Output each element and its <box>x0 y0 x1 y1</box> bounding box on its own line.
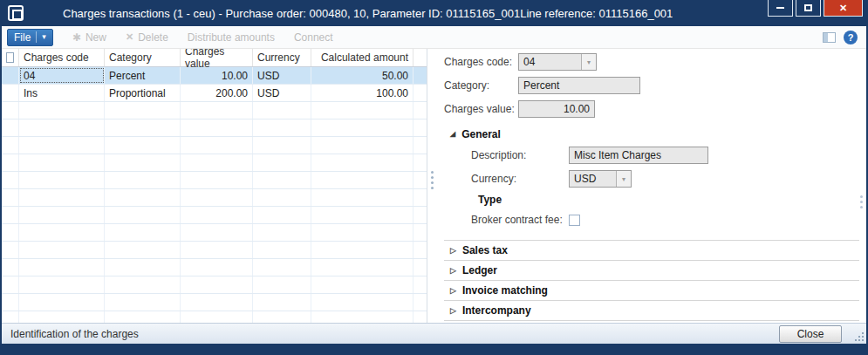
details-panel: Charges code: 04 ▾ Category: Percent Cha… <box>437 49 866 323</box>
window-bottom-border <box>0 344 868 355</box>
category-field[interactable]: Percent <box>518 77 640 94</box>
general-section-title: General <box>461 128 501 140</box>
help-icon[interactable]: ? <box>844 31 858 44</box>
empty-cell <box>253 224 311 241</box>
empty-cell <box>19 294 105 311</box>
panel-edge-grip[interactable] <box>860 195 863 198</box>
empty-cell <box>253 294 311 311</box>
cell-category[interactable]: Percent <box>105 67 181 84</box>
file-menu-button[interactable]: File ▾ <box>7 29 53 46</box>
minimize-button[interactable] <box>768 0 793 17</box>
currency-label: Currency: <box>471 173 569 185</box>
cell-currency[interactable]: USD <box>253 85 311 101</box>
select-all-checkbox[interactable] <box>6 52 14 63</box>
empty-cell <box>2 172 19 188</box>
section-header-invoice-matching[interactable]: ▷ Invoice matching <box>444 280 859 300</box>
table-row[interactable]: Ins Proportional 200.00 USD 100.00 <box>2 85 427 102</box>
new-button[interactable]: ✱ New <box>72 31 106 44</box>
column-header-charges-value[interactable]: Charges value <box>181 49 253 66</box>
empty-cell <box>181 311 253 323</box>
section-title: Sales tax <box>462 244 508 256</box>
grid-empty-row[interactable] <box>2 137 427 154</box>
cell-calculated-amount[interactable]: 100.00 <box>311 85 413 101</box>
titlebar[interactable]: Charges transactions (1 - ceu) - Purchas… <box>0 0 868 26</box>
distribute-amounts-button[interactable]: Distribute amounts <box>188 31 275 44</box>
column-header-calculated-amount[interactable]: Calculated amount <box>311 49 413 66</box>
empty-cell <box>253 102 311 119</box>
empty-cell <box>413 207 427 223</box>
distribute-amounts-label: Distribute amounts <box>188 31 275 44</box>
connect-button[interactable]: Connect <box>294 31 333 44</box>
layout-pane-icon[interactable] <box>823 32 836 43</box>
cell-charges-code[interactable]: 04 <box>19 67 105 84</box>
toolbar-right: ? <box>823 31 858 44</box>
empty-cell <box>2 242 19 258</box>
currency-combo[interactable]: USD ▾ <box>569 170 632 188</box>
file-menu-divider <box>36 31 37 43</box>
charges-value-field[interactable]: 10.00 <box>518 100 595 118</box>
empty-cell <box>181 119 253 136</box>
charges-code-combo[interactable]: 04 ▾ <box>518 53 597 71</box>
grid-empty-row[interactable] <box>2 172 427 189</box>
empty-cell <box>413 294 427 311</box>
delete-button[interactable]: ✕ Delete <box>126 31 168 44</box>
grid-empty-row[interactable] <box>2 259 427 276</box>
column-header-category[interactable]: Category <box>105 49 181 66</box>
status-text: Identification of the charges <box>10 328 139 340</box>
grid-empty-row[interactable] <box>2 119 427 137</box>
grid-empty-row[interactable] <box>2 102 427 119</box>
section-title: Invoice matching <box>462 284 548 297</box>
row-select-cell[interactable] <box>2 85 19 101</box>
cell-category[interactable]: Proportional <box>105 85 181 101</box>
empty-cell <box>311 294 413 311</box>
empty-cell <box>413 172 427 188</box>
column-header-charges-code[interactable]: Charges code <box>19 49 105 66</box>
empty-cell <box>19 259 105 276</box>
empty-cell <box>105 189 181 206</box>
broker-contract-fee-checkbox[interactable] <box>569 215 580 226</box>
grid-panel-splitter[interactable] <box>427 49 437 323</box>
cell-charges-value[interactable]: 200.00 <box>181 85 253 101</box>
section-header-general[interactable]: ◢ General <box>444 127 859 140</box>
grid-empty-row[interactable] <box>2 189 427 207</box>
statusbar: Identification of the charges Close <box>2 323 866 344</box>
grid-empty-row[interactable] <box>2 242 427 259</box>
cell-currency[interactable]: USD <box>253 67 311 84</box>
empty-cell <box>311 259 413 276</box>
empty-cell <box>19 207 105 223</box>
triangle-collapsed-icon: ▷ <box>450 287 456 295</box>
cell-charges-code[interactable]: Ins <box>19 85 105 101</box>
file-menu-label: File <box>14 31 31 44</box>
empty-cell <box>413 119 427 136</box>
grid-empty-row[interactable] <box>2 154 427 172</box>
empty-cell <box>19 119 105 136</box>
section-header-intercompany[interactable]: ▷ Intercompany <box>444 300 859 320</box>
chevron-down-icon[interactable]: ▾ <box>616 171 631 187</box>
grid-empty-row[interactable] <box>2 294 427 311</box>
section-header-sales-tax[interactable]: ▷ Sales tax <box>444 240 859 260</box>
table-row[interactable]: 04 Percent 10.00 USD 50.00 <box>2 67 427 85</box>
resize-grip-icon[interactable] <box>853 331 864 341</box>
close-button[interactable]: Close <box>779 325 842 343</box>
empty-cell <box>105 259 181 276</box>
close-window-button[interactable]: ✕ <box>824 0 863 17</box>
column-header-currency[interactable]: Currency <box>253 49 311 66</box>
description-field[interactable]: Misc Item Charges <box>569 147 708 164</box>
delete-button-label: Delete <box>138 31 168 44</box>
empty-cell <box>181 242 253 258</box>
collapsed-sections: ▷ Sales tax ▷ Ledger ▷ Invoice matching … <box>444 240 859 321</box>
empty-cell <box>413 259 427 276</box>
app-icon[interactable] <box>8 5 24 21</box>
section-header-ledger[interactable]: ▷ Ledger <box>444 260 859 280</box>
grid-empty-row[interactable] <box>2 207 427 224</box>
cell-calculated-amount[interactable]: 50.00 <box>311 67 413 84</box>
empty-cell <box>181 276 253 293</box>
maximize-icon <box>804 4 812 11</box>
cell-charges-value[interactable]: 10.00 <box>181 67 253 84</box>
row-select-cell[interactable] <box>2 67 19 84</box>
grid-empty-row[interactable] <box>2 276 427 294</box>
grid-empty-row[interactable] <box>2 224 427 242</box>
grid-empty-row[interactable] <box>2 311 427 323</box>
maximize-button[interactable] <box>796 0 821 17</box>
chevron-down-icon[interactable]: ▾ <box>581 54 596 70</box>
